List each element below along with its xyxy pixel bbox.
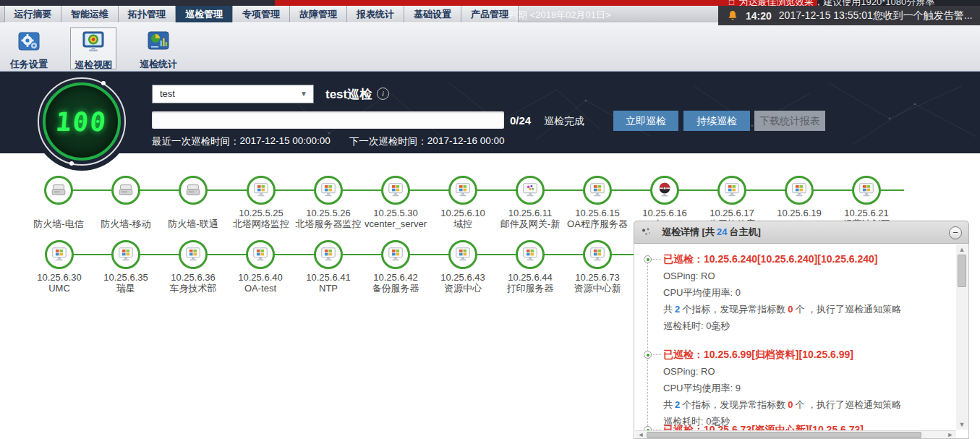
- node-circle: [448, 240, 477, 269]
- entry-title: 已巡检：10.25.6.240[10.25.6.240][10.25.6.240…: [663, 254, 950, 265]
- host-node[interactable]: 10.25.6.42 备份服务器: [361, 240, 430, 294]
- toolbar-item-label: 巡检统计: [135, 58, 182, 71]
- panel-title: 巡检详情 [共24台主机]: [662, 226, 761, 239]
- windows-server-icon: [858, 182, 875, 199]
- notification-time: 14:20: [746, 10, 772, 22]
- tab-inspection[interactable]: 巡检管理: [176, 6, 233, 22]
- host-node[interactable]: 防火墙-电信: [24, 176, 93, 229]
- host-node[interactable]: 10.25.6.10 域控: [428, 176, 498, 229]
- entry-cpu: CPU平均使用率: 9: [663, 383, 950, 393]
- toolbar-item-inspection-view[interactable]: 巡检视图: [70, 27, 116, 69]
- tab-basic-settings[interactable]: 基础设置: [404, 6, 461, 22]
- task-select-value: test: [160, 88, 175, 99]
- red-server-icon: [656, 182, 673, 199]
- node-circle: [448, 176, 477, 205]
- gauge-ring-dot: [69, 161, 74, 166]
- host-node[interactable]: 10.25.6.36 车身技术部: [158, 240, 228, 294]
- gear-icon: [18, 30, 40, 52]
- firewall-icon: [184, 182, 202, 199]
- notification-message: 2017-12-15 13:55:01您收到一个触发告警...: [779, 9, 973, 22]
- host-name: 防火墙-移动: [91, 218, 161, 229]
- windows-server-icon: [252, 182, 270, 199]
- windows-server-icon: [589, 182, 606, 199]
- toolbar-item-task-settings[interactable]: 任务设置: [6, 27, 52, 69]
- panel-minimize-button[interactable]: −: [949, 226, 962, 239]
- host-node[interactable]: 10.25.6.44 打印服务器: [495, 240, 565, 294]
- entry-title: 已巡检：10.25.6.99[归档资料][10.25.6.99]: [663, 349, 950, 360]
- node-circle: [179, 176, 208, 205]
- node-circle: [381, 176, 410, 205]
- host-ip: 10.25.6.10: [428, 208, 498, 218]
- download-report-button[interactable]: 下载统计报表: [754, 111, 825, 131]
- windows-server-icon: [589, 246, 606, 263]
- tree-rail: [647, 258, 648, 430]
- health-score-gauge: 100: [43, 82, 121, 161]
- tab-topology[interactable]: 拓扑管理: [119, 6, 176, 22]
- entry-duration: 巡检耗时: 0毫秒: [663, 320, 950, 331]
- toolbar-item-inspection-stats[interactable]: 巡检统计: [135, 27, 182, 69]
- license-expiry-text: 到期 <2018年02月01日>: [508, 9, 611, 22]
- panel-title-prefix: 巡检详情 [共: [662, 226, 715, 237]
- host-node[interactable]: 10.25.6.35 瑞星: [91, 240, 161, 294]
- host-node[interactable]: 防火墙-移动: [91, 176, 161, 229]
- host-node[interactable]: 10.25.6.15 OA程序服务器: [563, 176, 632, 229]
- host-node[interactable]: 10.25.5.26 北塔服务器监控: [294, 176, 363, 229]
- run-now-button[interactable]: 立即巡检: [613, 111, 678, 131]
- host-ip: 10.25.6.73: [563, 272, 632, 283]
- host-ip: 10.25.6.43: [428, 272, 498, 283]
- alert-notification-toast[interactable]: 14:20 2017-12-15 13:55:01您收到一个触发告警...: [718, 6, 980, 25]
- tab-reports[interactable]: 报表统计: [347, 6, 404, 22]
- scroll-up-icon[interactable]: ▲: [956, 246, 968, 253]
- host-ip: 10.25.6.44: [495, 272, 565, 283]
- node-circle: [314, 240, 343, 269]
- host-ip: 10.25.6.42: [361, 272, 430, 283]
- host-node[interactable]: 10.25.6.30 UMC: [25, 240, 94, 294]
- host-name: 防火墙-电信: [24, 218, 93, 229]
- host-ip: [91, 208, 161, 218]
- top-strip-left: [0, 0, 275, 6]
- horizontal-scrollbar-thumb[interactable]: [647, 432, 921, 438]
- toolbar-item-label: 任务设置: [6, 58, 52, 71]
- tab-run-summary[interactable]: 运行摘要: [4, 6, 61, 22]
- host-ip: 10.25.6.19: [764, 208, 834, 218]
- windows-server-icon: [521, 246, 539, 263]
- host-name: 防火墙-联通: [158, 218, 228, 229]
- vertical-scrollbar-thumb[interactable]: [958, 255, 966, 287]
- scroll-right-icon[interactable]: ►: [946, 431, 955, 438]
- windows-server-icon: [51, 246, 68, 263]
- tab-smart-ops[interactable]: 智能运维: [61, 6, 119, 22]
- scroll-down-icon[interactable]: ▼: [956, 421, 968, 428]
- host-ip: 10.25.6.40: [226, 272, 295, 283]
- vertical-scrollbar[interactable]: ▲ ▼: [956, 244, 968, 430]
- node-circle: [516, 176, 545, 205]
- task-select[interactable]: test ▼: [152, 85, 314, 103]
- host-node[interactable]: 10.25.5.30 vcenter_server: [361, 176, 430, 229]
- host-node[interactable]: 10.25.5.25 北塔网络监控: [226, 176, 296, 229]
- inspection-title: test巡检: [325, 86, 372, 103]
- info-icon[interactable]: i: [377, 88, 389, 100]
- host-node[interactable]: 10.25.6.40 OA-test: [226, 240, 295, 294]
- host-node[interactable]: 10.25.6.73 资源中心新: [563, 240, 632, 294]
- tab-special[interactable]: 专项管理: [233, 6, 290, 22]
- tab-fault[interactable]: 故障管理: [290, 6, 347, 22]
- windows-server-icon: [320, 182, 337, 199]
- entry-bullet: [644, 351, 652, 359]
- windows-server-icon: [791, 182, 808, 199]
- host-ip: 10.25.6.36: [158, 272, 228, 283]
- host-node[interactable]: 10.25.6.43 资源中心: [428, 240, 498, 294]
- host-node[interactable]: 10.25.6.41 NTP: [294, 240, 363, 294]
- host-ip: 10.25.6.11: [495, 208, 565, 218]
- continuous-inspect-button[interactable]: 持续巡检: [683, 111, 750, 131]
- host-name: NTP: [294, 283, 363, 294]
- host-node[interactable]: 10.25.6.11 邮件及网关-新: [495, 176, 565, 229]
- node-circle: [583, 176, 612, 205]
- panel-title-suffix: 台主机]: [729, 226, 760, 237]
- host-node[interactable]: 防火墙-联通: [158, 176, 228, 229]
- entry-osping: OSPing: RO: [663, 366, 950, 377]
- node-circle: [246, 240, 275, 269]
- node-circle: [179, 240, 208, 269]
- host-name: 车身技术部: [158, 283, 228, 294]
- host-name: 北塔服务器监控: [294, 218, 363, 229]
- horizontal-scrollbar[interactable]: ◄ ►: [635, 430, 956, 438]
- scroll-left-icon[interactable]: ◄: [636, 431, 645, 438]
